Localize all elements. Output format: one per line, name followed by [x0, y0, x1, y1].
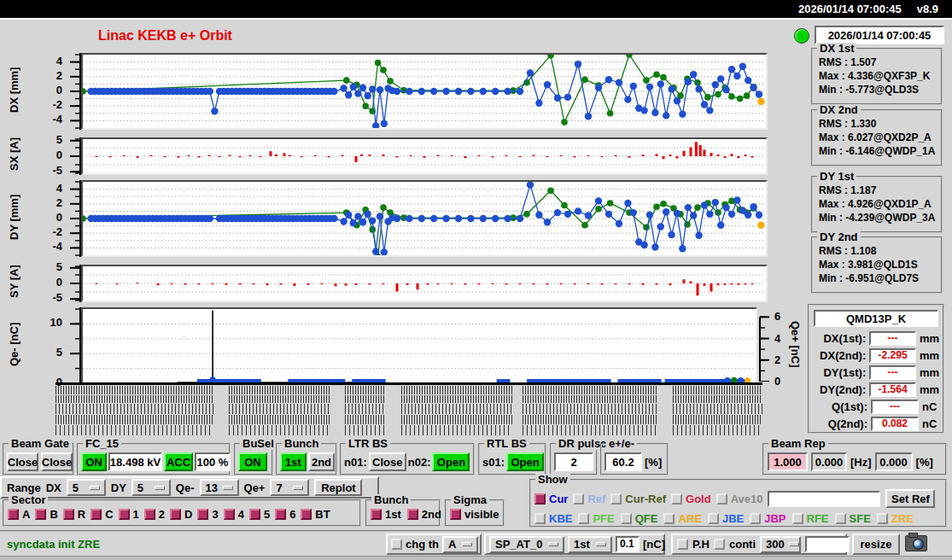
show-checkbox-zre[interactable] [877, 513, 888, 524]
sector-checkbox-3[interactable] [197, 509, 208, 520]
sector-checkbox-a[interactable] [8, 509, 19, 520]
sector-checkbox-6[interactable] [275, 509, 286, 520]
monitor-row: Q(1st):---nC [809, 398, 943, 415]
show-checkbox-ave10[interactable] [716, 493, 727, 505]
beam-rep-v3-field[interactable]: 0.000 [875, 452, 913, 471]
chart-sy[interactable] [81, 265, 768, 302]
conti-checkbox[interactable] [714, 539, 725, 550]
bunch-checkbox-1st[interactable] [371, 509, 382, 520]
sector-checkbox-r[interactable] [63, 509, 74, 520]
threshold-input[interactable]: 0.1 [616, 536, 640, 552]
chart-sx[interactable] [81, 137, 768, 175]
sector-checkbox-4[interactable] [224, 509, 235, 520]
bunch-checkbox-2nd[interactable] [407, 509, 418, 520]
beam-gate-close-2-button[interactable]: Close [41, 452, 73, 471]
fc15-title: FC_15 [83, 438, 121, 450]
sector-checkbox-5[interactable] [249, 509, 260, 520]
bunch-2nd-button[interactable]: 2nd [308, 452, 335, 471]
show-checkbox-pfe[interactable] [578, 513, 589, 524]
sigma-checkbox-visible[interactable] [450, 509, 461, 520]
axis-ticks-qe [67, 307, 81, 385]
beam-rep-rate-field[interactable]: 1.000 [768, 452, 808, 471]
ph-checkbox[interactable] [677, 539, 688, 550]
dropdown-bar-icon [293, 486, 303, 490]
fc15-kv-field[interactable]: 18.498 kV [108, 452, 162, 471]
sector-checkbox-d[interactable] [170, 509, 181, 520]
monitor-row-unit: mm [920, 349, 939, 362]
beam-gate-title: Beam Gate [9, 438, 72, 450]
busel-title: BuSel [240, 438, 277, 450]
axis-label-dx: DX [mm] [7, 53, 20, 126]
range-qe--dropdown[interactable]: 13 [200, 479, 239, 496]
show-checkbox-are[interactable] [663, 513, 675, 524]
show-checkbox-jbp[interactable] [750, 513, 761, 524]
show-title: Show [535, 474, 570, 486]
range-dx-dropdown[interactable]: 5 [67, 479, 106, 496]
show-checkbox-ref[interactable] [573, 493, 584, 505]
sp-select-dropdown[interactable]: SP_AT_0 [489, 536, 564, 553]
monitor-row: DX(2nd):-2.295mm [809, 347, 943, 364]
chart-dx[interactable] [81, 53, 768, 130]
sector-label-2: 2 [159, 508, 165, 521]
chg-th-checkbox[interactable] [391, 539, 402, 550]
show-checkbox-curref[interactable] [610, 493, 622, 505]
titlebar-datetime: 2026/01/14 07:00:45 [798, 3, 902, 15]
sector-label-a: A [22, 508, 30, 521]
busel-on-button[interactable]: ON [238, 452, 267, 471]
rtl-s01-open-button[interactable]: Open [506, 452, 544, 471]
dr-pulse-field[interactable]: 2 [554, 452, 593, 471]
ltr-n02-open-button[interactable]: Open [432, 452, 470, 471]
range-dy-dropdown[interactable]: 5 [131, 479, 171, 496]
bunch-select-dropdown[interactable]: 1st [568, 536, 612, 553]
ltr-n01-close-button[interactable]: Close [369, 452, 406, 471]
monitor-row-label: DY(2nd): [813, 383, 866, 396]
sector-checkbox-1[interactable] [119, 509, 130, 520]
show-label-ave10: Ave10 [731, 493, 763, 505]
sector-checkbox-b[interactable] [35, 509, 46, 520]
points-dropdown[interactable]: 300 [760, 536, 801, 553]
beam-gate-close-1-button[interactable]: Close [7, 452, 38, 471]
tick-label-sy-5: 5 [35, 260, 62, 274]
sector-checkbox-bt[interactable] [301, 509, 312, 520]
chart-dy[interactable] [81, 180, 768, 257]
bunch-1st-button[interactable]: 1st [280, 452, 307, 471]
sector-checkbox-2[interactable] [144, 509, 155, 520]
replot-button[interactable]: Replot [314, 479, 362, 496]
set-ref-button[interactable]: Set Ref [885, 489, 935, 508]
show-checkbox-rfe[interactable] [792, 513, 803, 524]
stat-line: Max : 4.336@QXF3P_K [813, 69, 941, 83]
show-label-rfe: RFE [807, 512, 829, 525]
show-checkbox-sfe[interactable] [835, 513, 846, 524]
sector-checkbox-c[interactable] [91, 509, 102, 520]
stat-line: Max : 3.981@QLD1S [813, 258, 941, 271]
show-checkbox-gold[interactable] [671, 493, 682, 505]
sector-label-d: D [184, 508, 192, 521]
sp-panel: SP_AT_0 1st 0.1 [nC] [484, 534, 665, 555]
show-checkbox-kbe[interactable] [534, 513, 546, 524]
show-checkbox-qfe[interactable] [621, 513, 632, 524]
ratio-field[interactable]: 60.2 [604, 452, 642, 471]
beam-rep-v2-field[interactable]: 0.000 [811, 452, 847, 471]
camera-snapshot-icon[interactable] [905, 535, 927, 551]
dr-pulse-group: DR pulse 2 [550, 443, 598, 475]
stat-title: DX 2nd [817, 104, 861, 116]
fc15-percent-field[interactable]: 100 % [195, 452, 231, 471]
bunch-select-value: 1st [574, 538, 590, 551]
show-checkbox-jbe[interactable] [708, 513, 719, 524]
fc15-acc-button[interactable]: ACC [164, 452, 193, 471]
axis-ticks-sy [67, 265, 81, 302]
tick-label-sx-0: 0 [35, 149, 62, 162]
blank-input[interactable] [805, 536, 850, 552]
show-checkbox-cur[interactable] [534, 493, 546, 505]
stat-line: Min : -6.951@QLD7S [813, 271, 941, 285]
chart-qe[interactable] [81, 307, 757, 385]
ref-input[interactable] [768, 491, 880, 507]
resize-button[interactable]: resize [852, 534, 900, 555]
channel-dropdown[interactable]: A [442, 536, 478, 553]
tick-label-dy-4: 4 [35, 182, 62, 195]
fc15-on-button[interactable]: ON [81, 452, 107, 471]
tick-label-dy-2: 2 [35, 196, 62, 210]
status-bar: syncdata init ZRE chg th A SP_AT_0 1st 0… [0, 530, 952, 556]
range-qe+-dropdown[interactable]: 7 [270, 479, 309, 496]
dropdown-bar-icon [223, 486, 233, 490]
